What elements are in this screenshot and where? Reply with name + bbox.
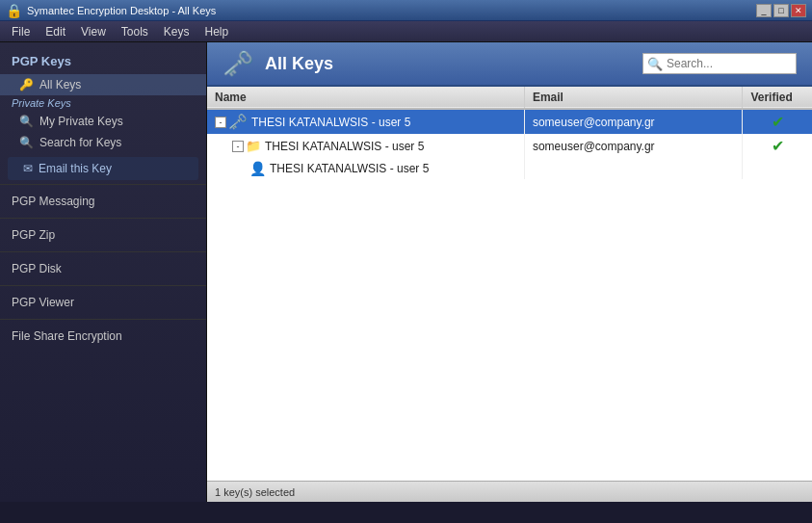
- verified-icon: ✔: [772, 114, 784, 130]
- cell-email: [524, 158, 742, 179]
- statusbar: 1 key(s) selected: [207, 481, 812, 502]
- verified-icon: ✔: [772, 138, 784, 154]
- col-header-email[interactable]: Email: [524, 87, 742, 109]
- cell-name: - 📁 THESI KATANALWSIS - user 5: [207, 134, 524, 158]
- page-title: All Keys: [265, 54, 631, 74]
- table-row[interactable]: - 🗝️ THESI KATANALWSIS - user 5 someuser…: [207, 109, 812, 134]
- content-header: 🗝️ All Keys 🔍: [207, 42, 812, 87]
- pgp-disk-label: PGP Disk: [12, 262, 62, 275]
- table-row[interactable]: 👤 THESI KATANALWSIS - user 5: [207, 158, 812, 179]
- row-name-text: THESI KATANALWSIS - user 5: [270, 162, 429, 175]
- menu-help[interactable]: Help: [197, 21, 237, 41]
- menubar: File Edit View Tools Keys Help: [0, 21, 812, 42]
- folder-icon: 📁: [246, 139, 261, 153]
- sidebar-item-pgp-zip[interactable]: PGP Zip: [0, 218, 206, 251]
- cell-email: someuser@company.gr: [524, 134, 742, 158]
- sidebar-item-pgp-disk[interactable]: PGP Disk: [0, 251, 206, 285]
- email-this-key-action[interactable]: ✉ Email this Key: [8, 157, 198, 180]
- email-icon: ✉: [23, 162, 33, 175]
- minimize-button[interactable]: _: [756, 4, 772, 17]
- sidebar-item-pgp-messaging[interactable]: PGP Messaging: [0, 184, 206, 218]
- row-name-text: THESI KATANALWSIS - user 5: [251, 116, 410, 129]
- search-icon: 🔍: [647, 57, 663, 71]
- row-name-text: THESI KATANALWSIS - user 5: [265, 140, 424, 153]
- search-box: 🔍: [642, 53, 797, 74]
- sidebar-item-search-for-keys[interactable]: 🔍 Search for Keys: [0, 132, 206, 153]
- sidebar-label-all-keys: All Keys: [39, 78, 81, 92]
- private-keys-label: Private Keys: [0, 95, 206, 111]
- menu-tools[interactable]: Tools: [114, 21, 156, 41]
- status-text: 1 key(s) selected: [215, 486, 295, 498]
- header-keys-icon: 🗝️: [223, 49, 253, 79]
- cell-email: someuser@company.gr: [524, 109, 742, 134]
- search-for-keys-icon: 🔍: [19, 136, 34, 149]
- my-private-keys-icon: 🔍: [19, 115, 34, 128]
- sidebar: PGP Keys 🔑 All Keys Private Keys 🔍 My Pr…: [0, 42, 207, 502]
- titlebar-left: 🔒 Symantec Encryption Desktop - All Keys: [6, 3, 216, 18]
- key-icon: 🗝️: [228, 113, 248, 131]
- app-icon: 🔒: [6, 3, 22, 18]
- sidebar-item-file-share[interactable]: File Share Encryption: [0, 319, 206, 353]
- tree-expander[interactable]: -: [232, 141, 244, 152]
- pgp-icon: 👤: [249, 161, 266, 176]
- content-area: 🗝️ All Keys 🔍 Name Email Verified -: [207, 42, 812, 502]
- menu-view[interactable]: View: [73, 21, 114, 41]
- table-body: - 🗝️ THESI KATANALWSIS - user 5 someuser…: [207, 109, 812, 179]
- titlebar-title: Symantec Encryption Desktop - All Keys: [27, 5, 216, 16]
- pgp-messaging-label: PGP Messaging: [12, 195, 95, 208]
- cell-verified: ✔: [743, 109, 812, 134]
- file-share-label: File Share Encryption: [12, 329, 122, 343]
- cell-verified: [743, 158, 812, 179]
- menu-keys[interactable]: Keys: [156, 21, 197, 41]
- pgp-viewer-label: PGP Viewer: [12, 296, 74, 309]
- pgp-zip-label: PGP Zip: [12, 228, 55, 242]
- keys-table: Name Email Verified - 🗝️ THESI KATANALWS…: [207, 87, 812, 179]
- maximize-button[interactable]: □: [773, 4, 789, 17]
- keys-table-area: Name Email Verified - 🗝️ THESI KATANALWS…: [207, 87, 812, 481]
- table-row[interactable]: - 📁 THESI KATANALWSIS - user 5 someuser@…: [207, 134, 812, 158]
- pgp-keys-header: PGP Keys: [0, 46, 206, 74]
- sidebar-item-pgp-viewer[interactable]: PGP Viewer: [0, 285, 206, 319]
- cell-name: - 🗝️ THESI KATANALWSIS - user 5: [207, 109, 524, 134]
- cell-verified: ✔: [743, 134, 812, 158]
- sidebar-label-search-for-keys: Search for Keys: [39, 136, 121, 149]
- sidebar-label-my-private-keys: My Private Keys: [39, 115, 123, 128]
- titlebar: 🔒 Symantec Encryption Desktop - All Keys…: [0, 0, 812, 21]
- titlebar-controls: _ □ ✕: [756, 4, 806, 17]
- search-input[interactable]: [667, 57, 792, 70]
- col-header-verified[interactable]: Verified: [743, 87, 812, 109]
- menu-file[interactable]: File: [4, 21, 38, 41]
- menu-edit[interactable]: Edit: [38, 21, 73, 41]
- sidebar-item-all-keys[interactable]: 🔑 All Keys: [0, 74, 206, 95]
- cell-name: 👤 THESI KATANALWSIS - user 5: [207, 158, 524, 179]
- table-header-row: Name Email Verified: [207, 87, 812, 109]
- col-header-name[interactable]: Name: [207, 87, 524, 109]
- main-layout: PGP Keys 🔑 All Keys Private Keys 🔍 My Pr…: [0, 42, 812, 502]
- close-button[interactable]: ✕: [791, 4, 806, 17]
- sidebar-item-my-private-keys[interactable]: 🔍 My Private Keys: [0, 111, 206, 132]
- tree-expander[interactable]: -: [215, 117, 226, 128]
- email-action-label: Email this Key: [39, 162, 112, 175]
- all-keys-icon: 🔑: [19, 78, 34, 92]
